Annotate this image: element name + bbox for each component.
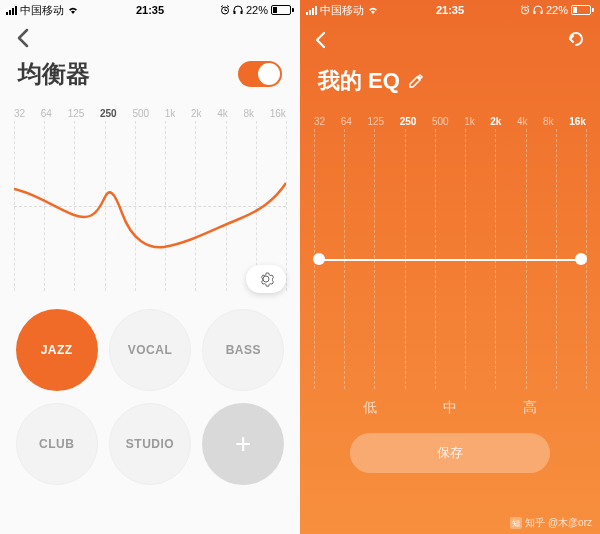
freq-label: 1k bbox=[464, 116, 475, 127]
freq-label: 2k bbox=[191, 108, 202, 119]
eq-handle-high[interactable] bbox=[575, 253, 587, 265]
preset-club[interactable]: CLUB bbox=[16, 403, 98, 485]
preset-vocal[interactable]: VOCAL bbox=[109, 309, 191, 391]
watermark: 知 知乎 @木彦orz bbox=[510, 516, 592, 530]
freq-label: 8k bbox=[244, 108, 255, 119]
signal-icon bbox=[6, 5, 17, 15]
carrier-label: 中国移动 bbox=[20, 3, 64, 18]
status-bar: 中国移动 21:35 22% bbox=[0, 0, 300, 20]
freq-label: 16k bbox=[569, 116, 586, 127]
alarm-icon bbox=[520, 5, 530, 15]
carrier-label: 中国移动 bbox=[320, 3, 364, 18]
signal-icon bbox=[306, 5, 317, 15]
frequency-labels: 32641252505001k2k4k8k16k bbox=[0, 104, 300, 121]
equalizer-screen: 中国移动 21:35 22% 均衡器 32641252505001k2k4k8k… bbox=[0, 0, 300, 534]
preset-bass[interactable]: BASS bbox=[202, 309, 284, 391]
eq-curve-chart[interactable] bbox=[14, 121, 286, 291]
freq-label: 125 bbox=[367, 116, 384, 127]
band-tab[interactable]: 高 bbox=[523, 399, 537, 417]
svg-rect-5 bbox=[540, 11, 542, 14]
alarm-icon bbox=[220, 5, 230, 15]
back-button[interactable] bbox=[314, 31, 326, 54]
svg-rect-4 bbox=[533, 11, 535, 14]
freq-label: 1k bbox=[165, 108, 176, 119]
eq-handle-low[interactable] bbox=[313, 253, 325, 265]
freq-label: 500 bbox=[132, 108, 149, 119]
settings-button[interactable] bbox=[246, 265, 286, 293]
battery-pct: 22% bbox=[246, 4, 268, 16]
svg-rect-1 bbox=[233, 11, 235, 14]
freq-label: 4k bbox=[517, 116, 528, 127]
freq-label: 64 bbox=[41, 108, 52, 119]
battery-pct: 22% bbox=[546, 4, 568, 16]
headphone-icon bbox=[233, 5, 243, 15]
freq-label: 4k bbox=[217, 108, 228, 119]
preset-grid: JAZZVOCALBASSCLUBSTUDIO+ bbox=[0, 297, 300, 485]
eq-custom-chart[interactable] bbox=[314, 129, 586, 389]
add-preset-button[interactable]: + bbox=[202, 403, 284, 485]
freq-label: 8k bbox=[543, 116, 554, 127]
edit-button[interactable] bbox=[408, 73, 424, 89]
freq-label: 64 bbox=[341, 116, 352, 127]
undo-icon bbox=[566, 30, 586, 50]
preset-studio[interactable]: STUDIO bbox=[109, 403, 191, 485]
status-bar: 中国移动 21:35 22% bbox=[300, 0, 600, 20]
zhihu-icon: 知 bbox=[510, 517, 522, 529]
eq-line[interactable] bbox=[314, 259, 586, 261]
back-button[interactable] bbox=[16, 28, 30, 53]
freq-label: 500 bbox=[432, 116, 449, 127]
edit-icon bbox=[408, 73, 424, 89]
freq-label: 250 bbox=[400, 116, 417, 127]
eq-toggle[interactable] bbox=[238, 61, 282, 87]
band-tab[interactable]: 低 bbox=[363, 399, 377, 417]
band-tab[interactable]: 中 bbox=[443, 399, 457, 417]
frequency-labels: 32641252505001k2k4k8k16k bbox=[300, 112, 600, 129]
status-time: 21:35 bbox=[136, 4, 164, 16]
svg-text:知: 知 bbox=[512, 519, 520, 528]
svg-rect-2 bbox=[240, 11, 242, 14]
battery-icon bbox=[571, 5, 594, 15]
freq-label: 2k bbox=[490, 116, 501, 127]
status-time: 21:35 bbox=[436, 4, 464, 16]
battery-icon bbox=[271, 5, 294, 15]
reset-button[interactable] bbox=[566, 30, 586, 54]
freq-label: 32 bbox=[14, 108, 25, 119]
page-title: 均衡器 bbox=[18, 58, 90, 90]
preset-jazz[interactable]: JAZZ bbox=[16, 309, 98, 391]
headphone-icon bbox=[533, 5, 543, 15]
wifi-icon bbox=[67, 5, 79, 15]
freq-label: 16k bbox=[270, 108, 286, 119]
save-button[interactable]: 保存 bbox=[350, 433, 550, 473]
freq-label: 32 bbox=[314, 116, 325, 127]
page-title: 我的 EQ bbox=[318, 66, 400, 96]
wifi-icon bbox=[367, 5, 379, 15]
freq-label: 250 bbox=[100, 108, 117, 119]
custom-eq-screen: 中国移动 21:35 22% 我的 EQ 32641252505001k2k4k… bbox=[300, 0, 600, 534]
band-tabs: 低中高 bbox=[300, 389, 600, 417]
freq-label: 125 bbox=[68, 108, 85, 119]
gear-icon bbox=[258, 271, 274, 287]
